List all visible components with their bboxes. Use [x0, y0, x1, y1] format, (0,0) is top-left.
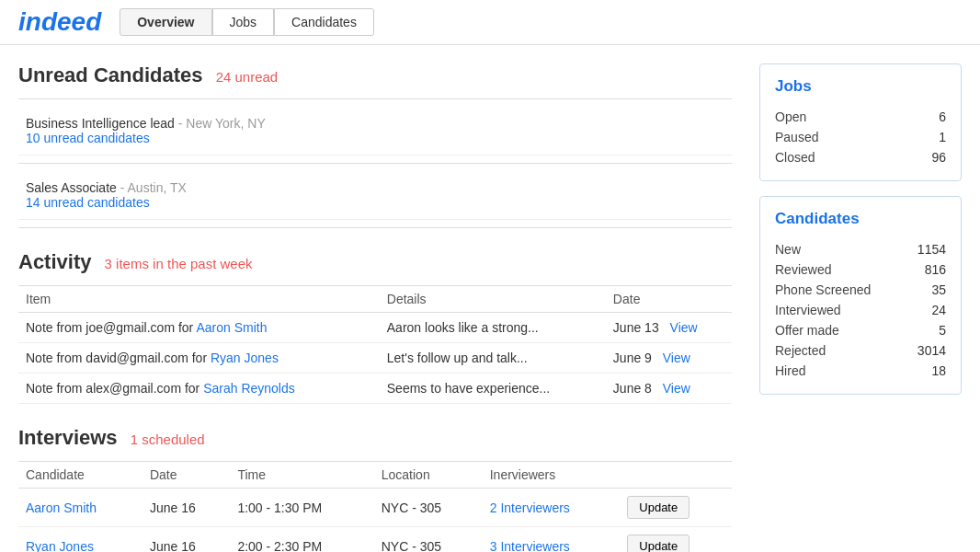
top-nav: indeed Overview Jobs Candidates — [0, 0, 980, 45]
candidates-row-2: Phone Screened 35 — [775, 280, 946, 300]
interview-candidate-link[interactable]: Aaron Smith — [26, 500, 97, 515]
job-name-1: Sales Associate — [26, 180, 117, 195]
candidates-value-5: 3014 — [917, 343, 946, 358]
candidates-label-6: Hired — [775, 363, 805, 378]
update-button[interactable]: Update — [627, 496, 689, 519]
interview-interviewers: 3 Interviewers — [483, 527, 621, 553]
unread-title-text: Unread Candidates — [18, 63, 203, 86]
interview-candidate-link[interactable]: Ryan Jones — [26, 539, 94, 553]
candidates-row-6: Hired 18 — [775, 361, 946, 381]
interviews-col-1: Date — [142, 462, 230, 489]
activity-title-text: Activity — [18, 250, 91, 273]
activity-item-cell: Note from david@gmail.com for Ryan Jones — [18, 343, 380, 374]
activity-date-cell: June 8 View — [606, 374, 732, 404]
unread-item-0: Business Intelligence lead - New York, N… — [18, 107, 732, 155]
activity-badge: 3 items in the past week — [105, 256, 253, 271]
interviews-col-3: Location — [374, 462, 483, 489]
candidates-value-2: 35 — [931, 282, 946, 297]
unread-link-0[interactable]: 10 unread candidates — [26, 131, 724, 145]
candidates-box: Candidates New 1154 Reviewed 816 Phone S… — [759, 196, 962, 395]
candidates-row-1: Reviewed 816 — [775, 259, 946, 280]
activity-details-cell: Let's follow up and talk... — [380, 343, 606, 374]
interview-date: June 16 — [142, 527, 230, 553]
jobs-label-0: Open — [775, 109, 806, 124]
activity-col-details: Details — [380, 286, 606, 313]
interview-candidate: Aaron Smith — [18, 489, 142, 527]
jobs-box-title: Jobs — [775, 77, 946, 96]
activity-person-link[interactable]: Sarah Reynolds — [203, 381, 295, 396]
unread-badge: 24 unread — [216, 69, 279, 85]
tab-candidates[interactable]: Candidates — [274, 8, 374, 36]
interviews-section: Interviews 1 scheduled CandidateDateTime… — [18, 426, 732, 552]
activity-note-from: Note from david@gmail.com for — [26, 351, 211, 365]
activity-details-cell: Aaron looks like a strong... — [380, 313, 606, 343]
unread-title: Unread Candidates 24 unread — [18, 63, 732, 87]
interviews-col-2: Time — [230, 462, 373, 489]
interviews-col-0: Candidate — [18, 462, 142, 489]
interview-date: June 16 — [142, 489, 230, 527]
candidates-row-3: Interviewed 24 — [775, 300, 946, 320]
view-link[interactable]: View — [670, 320, 698, 335]
interview-time: 1:00 - 1:30 PM — [230, 489, 373, 527]
left-panel: Unread Candidates 24 unread Business Int… — [18, 63, 732, 552]
candidates-row-0: New 1154 — [775, 239, 946, 259]
interviewers-link[interactable]: 2 Interviewers — [490, 500, 570, 515]
jobs-row-2: Closed 96 — [775, 147, 946, 167]
candidates-value-6: 18 — [931, 363, 946, 378]
activity-person-link[interactable]: Aaron Smith — [196, 320, 267, 335]
activity-title: Activity 3 items in the past week — [18, 250, 732, 274]
candidates-value-0: 1154 — [917, 242, 946, 257]
activity-row: Note from david@gmail.com for Ryan Jones… — [18, 343, 732, 374]
jobs-value-1: 1 — [939, 130, 946, 144]
jobs-row-0: Open 6 — [775, 107, 946, 127]
interviews-col-5 — [620, 462, 732, 489]
jobs-label-2: Closed — [775, 150, 815, 165]
logo-text: indeed — [18, 7, 101, 36]
candidates-box-title: Candidates — [775, 210, 946, 228]
activity-note-from: Note from alex@gmail.com for — [26, 381, 203, 396]
candidates-label-0: New — [775, 242, 801, 257]
jobs-row-1: Paused 1 — [775, 127, 946, 147]
unread-link-1[interactable]: 14 unread candidates — [26, 195, 724, 210]
interview-action: Update — [620, 489, 732, 527]
activity-date-cell: June 13 View — [606, 313, 732, 343]
right-panel: Jobs Open 6 Paused 1 Closed 96 Candidate… — [759, 63, 962, 552]
interviewers-link[interactable]: 3 Interviewers — [490, 539, 570, 553]
interviews-col-4: Inerviewers — [483, 462, 621, 489]
jobs-box: Jobs Open 6 Paused 1 Closed 96 — [759, 63, 962, 181]
activity-table: Item Details Date Note from joe@gmail.co… — [18, 285, 732, 404]
job-location-0: - New York, NY — [178, 116, 266, 131]
logo: indeed — [18, 7, 101, 37]
tab-jobs[interactable]: Jobs — [212, 8, 275, 36]
update-button[interactable]: Update — [627, 535, 689, 552]
view-link[interactable]: View — [663, 351, 690, 365]
interviews-title-text: Interviews — [18, 426, 118, 449]
interview-action: Update — [620, 527, 732, 553]
activity-note-from: Note from joe@gmail.com for — [26, 320, 196, 335]
jobs-value-0: 6 — [939, 109, 946, 124]
activity-date-cell: June 9 View — [606, 343, 732, 374]
candidates-label-2: Phone Screened — [775, 282, 871, 297]
job-location-1: - Austin, TX — [120, 180, 187, 195]
nav-tabs: Overview Jobs Candidates — [120, 8, 374, 36]
tab-overview[interactable]: Overview — [120, 8, 211, 36]
interview-candidate: Ryan Jones — [18, 527, 142, 553]
activity-col-item: Item — [18, 286, 380, 313]
interview-row: Aaron Smith June 16 1:00 - 1:30 PM NYC -… — [18, 489, 732, 527]
interview-time: 2:00 - 2:30 PM — [230, 527, 373, 553]
jobs-label-1: Paused — [775, 130, 818, 144]
view-link[interactable]: View — [663, 381, 690, 396]
main-content: Unread Candidates 24 unread Business Int… — [0, 45, 980, 552]
candidates-row-4: Offer made 5 — [775, 320, 946, 340]
candidates-label-3: Interviewed — [775, 303, 841, 317]
activity-section: Activity 3 items in the past week Item D… — [18, 250, 732, 404]
interview-row: Ryan Jones June 16 2:00 - 2:30 PM NYC - … — [18, 527, 732, 553]
activity-item-cell: Note from joe@gmail.com for Aaron Smith — [18, 313, 380, 343]
candidates-label-5: Rejected — [775, 343, 826, 358]
candidates-row-5: Rejected 3014 — [775, 340, 946, 361]
candidates-value-3: 24 — [931, 303, 946, 317]
activity-person-link[interactable]: Ryan Jones — [211, 351, 279, 365]
candidates-label-1: Reviewed — [775, 262, 831, 277]
unread-section: Unread Candidates 24 unread Business Int… — [18, 63, 732, 228]
activity-row: Note from joe@gmail.com for Aaron Smith … — [18, 313, 732, 343]
